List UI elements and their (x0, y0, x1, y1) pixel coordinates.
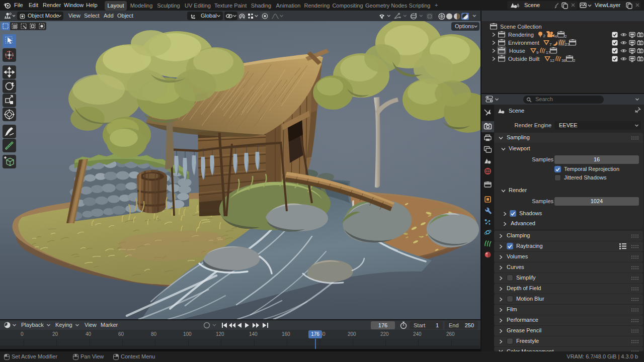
svg-text:12: 12 (550, 58, 554, 62)
svg-text:4: 4 (555, 34, 557, 38)
svg-text:7: 7 (549, 42, 552, 46)
svg-text:2: 2 (573, 58, 576, 62)
svg-text:36: 36 (561, 58, 566, 62)
svg-text:2: 2 (543, 34, 546, 38)
svg-text:9: 9 (536, 50, 539, 54)
svg-text:2: 2 (565, 34, 567, 38)
